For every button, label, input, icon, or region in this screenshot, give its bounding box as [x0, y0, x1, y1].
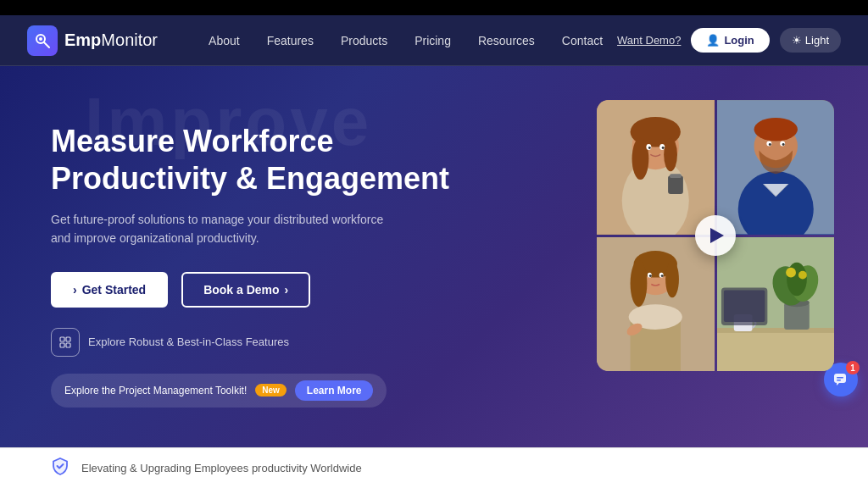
svg-rect-51: [723, 290, 764, 322]
svg-point-22: [754, 118, 797, 141]
hero-subtitle: Get future-proof solutions to manage you…: [51, 210, 390, 248]
get-started-button[interactable]: › Get Started: [51, 272, 168, 308]
svg-point-25: [768, 143, 771, 146]
svg-rect-5: [60, 343, 64, 347]
svg-point-2: [39, 37, 42, 41]
svg-point-47: [786, 267, 796, 277]
svg-point-48: [798, 270, 806, 279]
toolkit-bar: Explore the Project Management Toolkit! …: [51, 374, 387, 408]
nav-right: Want Demo? 👤 Login ☀ Light: [617, 28, 841, 53]
hero-content-left: Measure Workforce Productivity & Engagem…: [0, 66, 597, 447]
svg-point-36: [649, 274, 652, 277]
svg-point-12: [664, 138, 677, 172]
svg-line-1: [44, 42, 49, 47]
main-wrapper: EmpMonitor About Features Products Prici…: [0, 15, 868, 488]
svg-point-33: [665, 260, 679, 297]
hero-images-right: [597, 66, 868, 447]
person-icon: 👤: [706, 34, 720, 47]
svg-rect-17: [668, 175, 683, 194]
image-plant-desk: [717, 237, 835, 372]
login-button[interactable]: 👤 Login: [691, 28, 769, 53]
play-triangle-icon: [710, 228, 724, 243]
svg-point-15: [648, 147, 651, 149]
toolkit-text: Explore the Project Management Toolkit!: [64, 385, 247, 396]
arrow-right-icon-demo: ›: [285, 283, 289, 297]
shield-icon: [51, 457, 70, 480]
image-woman-standing: [597, 237, 715, 372]
svg-rect-18: [670, 174, 682, 178]
svg-rect-3: [60, 337, 64, 341]
svg-point-37: [661, 274, 664, 277]
hero-title: Measure Workforce Productivity & Engagem…: [51, 123, 554, 196]
features-label: Explore Robust & Best-in-Class Features: [88, 336, 289, 348]
top-black-bar: [0, 0, 868, 15]
nav-links: About Features Products Pricing Resource…: [209, 34, 617, 47]
svg-rect-4: [66, 337, 70, 341]
arrow-right-icon: ›: [73, 283, 77, 297]
nav-products[interactable]: Products: [341, 34, 387, 47]
svg-point-32: [631, 259, 648, 306]
svg-point-26: [782, 143, 784, 146]
hero-section: Improve Measure Workforce Productivity &…: [0, 66, 868, 447]
light-toggle-button[interactable]: ☀ Light: [780, 28, 841, 53]
want-demo-link[interactable]: Want Demo?: [617, 34, 681, 47]
book-demo-button[interactable]: Book a Demo ›: [181, 272, 310, 308]
nav-pricing[interactable]: Pricing: [415, 34, 451, 47]
new-badge: New: [255, 384, 287, 396]
nav-about[interactable]: About: [209, 34, 240, 47]
svg-point-16: [662, 147, 665, 149]
svg-rect-40: [717, 329, 835, 371]
features-row: Explore Robust & Best-in-Class Features: [51, 328, 554, 357]
image-woman-coffee: [597, 100, 715, 235]
hero-buttons: › Get Started Book a Demo ›: [51, 272, 554, 308]
logo-icon: [27, 25, 58, 56]
bottom-bar: Elevating & Upgrading Employees producti…: [0, 447, 868, 488]
image-man-desk: [717, 100, 835, 235]
nav-contact[interactable]: Contact: [562, 34, 603, 47]
navbar: EmpMonitor About Features Products Prici…: [0, 15, 868, 66]
nav-features[interactable]: Features: [267, 34, 314, 47]
bottom-tagline: Elevating & Upgrading Employees producti…: [81, 462, 362, 474]
logo-area[interactable]: EmpMonitor: [27, 25, 158, 56]
logo-text: EmpMonitor: [64, 30, 158, 50]
play-button[interactable]: [695, 215, 736, 256]
svg-point-11: [632, 138, 649, 180]
svg-rect-6: [66, 343, 70, 347]
sun-icon: ☀: [792, 34, 802, 47]
nav-resources[interactable]: Resources: [478, 34, 535, 47]
features-icon: [51, 328, 80, 357]
learn-more-button[interactable]: Learn More: [295, 380, 374, 401]
svg-point-46: [787, 262, 807, 296]
